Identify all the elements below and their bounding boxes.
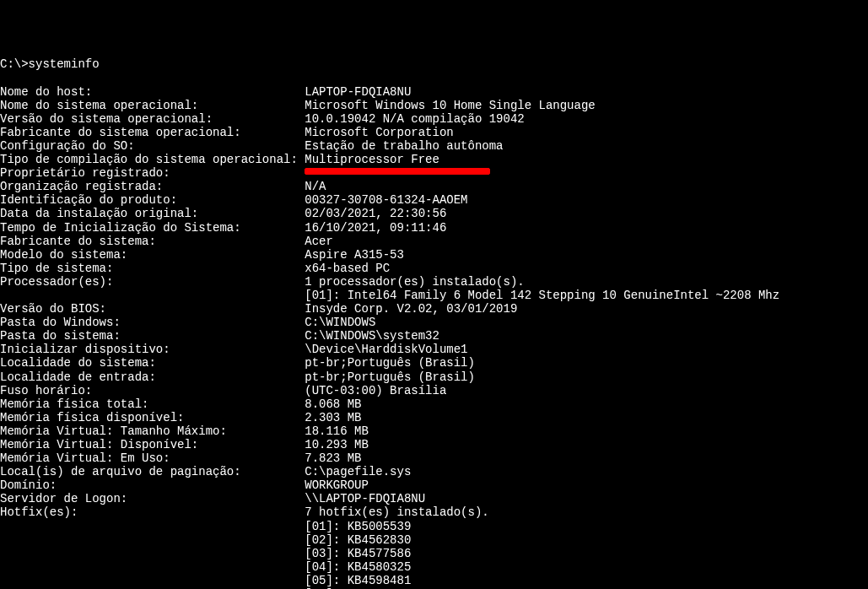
systeminfo-label [0, 547, 305, 560]
systeminfo-row: Memória Virtual: Disponível: 10.293 MB [0, 438, 868, 451]
systeminfo-value: 02/03/2021, 22:30:56 [305, 207, 446, 220]
systeminfo-value: C:\WINDOWS\system32 [305, 329, 439, 343]
systeminfo-value: 7 hotfix(es) instalado(s). [305, 505, 488, 519]
systeminfo-label: Domínio: [0, 478, 305, 492]
systeminfo-label: Inicializar dispositivo: [0, 343, 305, 356]
systeminfo-value: Aspire A315-53 [305, 248, 404, 262]
redacted-value [305, 168, 490, 175]
systeminfo-label: Versão do sistema operacional: [0, 112, 305, 126]
systeminfo-label: Identificação do produto: [0, 193, 305, 207]
systeminfo-label [0, 520, 305, 533]
systeminfo-row: Proprietário registrado: [0, 166, 868, 180]
systeminfo-label: Configuração do SO: [0, 139, 305, 153]
systeminfo-row: Local(is) de arquivo de paginação: C:\pa… [0, 465, 868, 478]
systeminfo-row: Fuso horário: (UTC-03:00) Brasília [0, 384, 868, 397]
systeminfo-value: N/A [305, 180, 326, 193]
systeminfo-label: Memória física total: [0, 397, 305, 411]
systeminfo-label: Organização registrada: [0, 180, 305, 193]
systeminfo-label: Pasta do Windows: [0, 316, 305, 329]
systeminfo-row: [01]: KB5005539 [0, 520, 868, 533]
systeminfo-value: [04]: KB4580325 [305, 560, 411, 574]
systeminfo-row: Tipo de sistema: x64-based PC [0, 262, 868, 275]
systeminfo-row: Domínio: WORKGROUP [0, 478, 868, 492]
systeminfo-label: Proprietário registrado: [0, 166, 305, 180]
terminal-output: C:\>systeminfo Nome do host: LAPTOP-FDQI… [0, 57, 868, 589]
systeminfo-row: Pasta do Windows: C:\WINDOWS [0, 316, 868, 329]
systeminfo-row: Modelo do sistema: Aspire A315-53 [0, 248, 868, 262]
systeminfo-label: Memória Virtual: Em Uso: [0, 451, 305, 465]
systeminfo-row: Pasta do sistema: C:\WINDOWS\system32 [0, 329, 868, 343]
systeminfo-value: Insyde Corp. V2.02, 03/01/2019 [305, 302, 517, 316]
systeminfo-label: Tipo de compilação do sistema operaciona… [0, 153, 305, 166]
systeminfo-label [0, 574, 305, 587]
systeminfo-value: x64-based PC [305, 262, 390, 275]
systeminfo-label: Tipo de sistema: [0, 262, 305, 275]
systeminfo-label: Localidade do sistema: [0, 356, 305, 370]
systeminfo-label: Data da instalação original: [0, 207, 305, 220]
systeminfo-label: Pasta do sistema: [0, 329, 305, 343]
systeminfo-value: 00327-30708-61324-AAOEM [305, 193, 467, 207]
systeminfo-label: Fabricante do sistema operacional: [0, 126, 305, 139]
systeminfo-row: Localidade do sistema: pt-br;Português (… [0, 356, 868, 370]
systeminfo-row: Nome do sistema operacional: Microsoft W… [0, 99, 868, 112]
systeminfo-value: pt-br;Português (Brasil) [305, 370, 475, 384]
systeminfo-label: Modelo do sistema: [0, 248, 305, 262]
systeminfo-label: Memória Virtual: Tamanho Máximo: [0, 424, 305, 438]
systeminfo-value: [05]: KB4598481 [305, 574, 411, 587]
systeminfo-row: [05]: KB4598481 [0, 574, 868, 587]
systeminfo-row: Data da instalação original: 02/03/2021,… [0, 207, 868, 220]
systeminfo-value: (UTC-03:00) Brasília [305, 384, 446, 397]
systeminfo-label: Processador(es): [0, 275, 305, 289]
systeminfo-value: Microsoft Corporation [305, 126, 453, 139]
systeminfo-label: Fuso horário: [0, 384, 305, 397]
systeminfo-label: Nome do host: [0, 85, 305, 99]
systeminfo-row: Processador(es): 1 processador(es) insta… [0, 275, 868, 289]
systeminfo-value: [03]: KB4577586 [305, 547, 411, 560]
systeminfo-row: [01]: Intel64 Family 6 Model 142 Steppin… [0, 289, 868, 302]
systeminfo-row: Fabricante do sistema operacional: Micro… [0, 126, 868, 139]
systeminfo-value: 10.293 MB [305, 438, 369, 451]
systeminfo-row: Nome do host: LAPTOP-FDQIA8NU [0, 85, 868, 99]
systeminfo-value: 16/10/2021, 09:11:46 [305, 221, 446, 235]
systeminfo-row: [04]: KB4580325 [0, 560, 868, 574]
systeminfo-label [0, 560, 305, 574]
systeminfo-label: Local(is) de arquivo de paginação: [0, 465, 305, 478]
systeminfo-label: Memória física disponível: [0, 411, 305, 424]
systeminfo-value: 18.116 MB [305, 424, 369, 438]
systeminfo-value: [02]: KB4562830 [305, 533, 411, 547]
systeminfo-row: Fabricante do sistema: Acer [0, 235, 868, 248]
systeminfo-value: pt-br;Português (Brasil) [305, 356, 475, 370]
systeminfo-label: Hotfix(es): [0, 505, 305, 519]
systeminfo-row: Tempo de Inicialização do Sistema: 16/10… [0, 221, 868, 235]
systeminfo-label: Localidade de entrada: [0, 370, 305, 384]
blank-line [0, 71, 868, 84]
systeminfo-row: Inicializar dispositivo: \Device\Harddis… [0, 343, 868, 356]
systeminfo-row: Versão do sistema operacional: 10.0.1904… [0, 112, 868, 126]
systeminfo-label: Tempo de Inicialização do Sistema: [0, 221, 305, 235]
systeminfo-label: Fabricante do sistema: [0, 235, 305, 248]
systeminfo-value: \\LAPTOP-FDQIA8NU [305, 492, 425, 505]
systeminfo-row: Configuração do SO: Estação de trabalho … [0, 139, 868, 153]
systeminfo-label: Nome do sistema operacional: [0, 99, 305, 112]
systeminfo-value: 8.068 MB [305, 397, 361, 411]
systeminfo-label: Memória Virtual: Disponível: [0, 438, 305, 451]
command-prompt-line: C:\>systeminfo [0, 57, 868, 71]
systeminfo-row: Identificação do produto: 00327-30708-61… [0, 193, 868, 207]
systeminfo-value: \Device\HarddiskVolume1 [305, 343, 467, 356]
systeminfo-value: WORKGROUP [305, 478, 369, 492]
systeminfo-label: Versão do BIOS: [0, 302, 305, 316]
systeminfo-row: Tipo de compilação do sistema operaciona… [0, 153, 868, 166]
systeminfo-row: Localidade de entrada: pt-br;Português (… [0, 370, 868, 384]
systeminfo-value: [01]: KB5005539 [305, 520, 411, 533]
systeminfo-row: Versão do BIOS: Insyde Corp. V2.02, 03/0… [0, 302, 868, 316]
systeminfo-row: Hotfix(es): 7 hotfix(es) instalado(s). [0, 505, 868, 519]
systeminfo-row: Memória Virtual: Tamanho Máximo: 18.116 … [0, 424, 868, 438]
systeminfo-value: C:\pagefile.sys [305, 465, 411, 478]
systeminfo-value: LAPTOP-FDQIA8NU [305, 85, 411, 99]
systeminfo-row: Memória física disponível: 2.303 MB [0, 411, 868, 424]
systeminfo-value: Estação de trabalho autônoma [305, 139, 503, 153]
systeminfo-value: 7.823 MB [305, 451, 361, 465]
systeminfo-row: [02]: KB4562830 [0, 533, 868, 547]
systeminfo-value: Microsoft Windows 10 Home Single Languag… [305, 99, 595, 112]
systeminfo-label: Servidor de Logon: [0, 492, 305, 505]
